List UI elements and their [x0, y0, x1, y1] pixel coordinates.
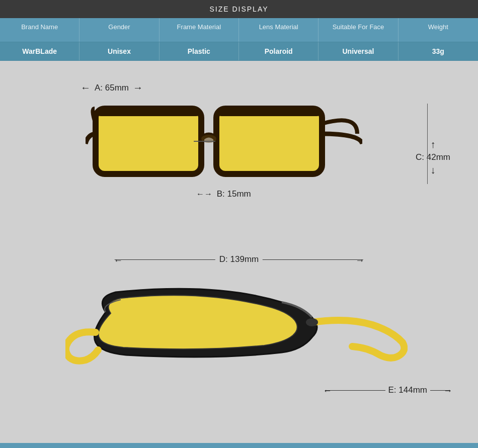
dimension-d-label: ← D: 139mm → [115, 254, 363, 264]
specs-labels-row: Brand Name Gender Frame Material Lens Ma… [0, 18, 478, 42]
size-diagram-area: ← A: 65mm → [0, 61, 478, 443]
d-right-line: → [263, 259, 363, 260]
size-diagram: ← A: 65mm → [0, 61, 478, 443]
spec-value-weight: 33g [399, 42, 478, 60]
svg-rect-1 [216, 109, 322, 174]
dim-a-text: A: 65mm [95, 83, 129, 93]
c-vertical-line [427, 104, 428, 184]
arrow-down-c: ↓ [416, 164, 450, 176]
glasses-top-view [86, 94, 362, 194]
spec-label-face: Suitable For Face [318, 18, 398, 42]
glasses-top-svg [86, 94, 362, 194]
spec-label-frame: Frame Material [160, 18, 239, 42]
page-header: SIZE DISPLAY [0, 0, 478, 18]
spec-value-frame: Plastic [160, 42, 239, 60]
svg-point-7 [306, 318, 318, 326]
dim-b-text: B: 15mm [217, 189, 251, 199]
svg-rect-3 [216, 109, 322, 116]
arrow-right-a: → [133, 82, 143, 94]
spec-label-weight: Weight [399, 18, 478, 42]
footer-note: note:the size is measured by hand.therew… [0, 443, 478, 448]
dimension-c-label: ↑ C: 42mm ↓ [416, 139, 450, 176]
specs-values-row: WarBLade Unisex Plastic Polaroid Univers… [0, 42, 478, 61]
arrow-left-a: ← [81, 82, 91, 94]
spec-value-brand: WarBLade [0, 42, 79, 60]
e-right-line: → [430, 390, 450, 391]
spec-label-gender: Gender [79, 18, 159, 42]
spec-value-face: Universal [318, 42, 398, 60]
spec-value-lens: Polaroid [239, 42, 318, 60]
dimension-b-label: ←→ B: 15mm [196, 189, 251, 199]
e-left-line: ← [325, 390, 385, 391]
header-title: SIZE DISPLAY [209, 5, 268, 13]
dim-e-text: E: 144mm [388, 385, 427, 395]
svg-rect-2 [96, 109, 201, 116]
dim-c-text: C: 42mm [416, 152, 450, 162]
spec-value-gender: Unisex [79, 42, 159, 60]
arrow-up-c: ↑ [416, 139, 450, 150]
spec-label-brand: Brand Name [0, 18, 79, 42]
spec-label-lens: Lens Material [239, 18, 318, 42]
d-left-line: ← [115, 259, 215, 260]
dimension-e-label: ← E: 144mm → [325, 385, 450, 395]
svg-rect-0 [96, 109, 201, 174]
dimension-a-label: ← A: 65mm → [81, 82, 143, 94]
dim-d-text: D: 139mm [219, 254, 259, 264]
